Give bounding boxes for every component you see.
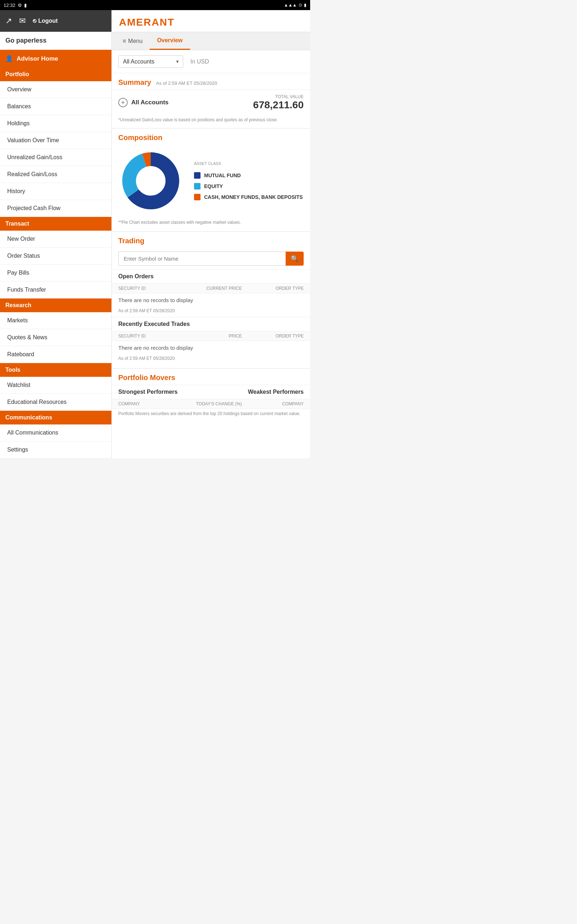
col-company2: COMPANY bbox=[242, 401, 304, 406]
amerant-logo: AMERANT bbox=[119, 16, 303, 28]
legend-swatch-equity bbox=[194, 183, 200, 189]
battery-level-icon: ▮ bbox=[304, 3, 306, 8]
sidebar-item-holdings[interactable]: Holdings bbox=[0, 115, 111, 132]
donut-chart bbox=[118, 149, 183, 213]
legend-item-equity: EQUITY bbox=[194, 183, 303, 189]
composition-body: ASSET CLASS MUTUAL FUND EQUITY CASH, MON… bbox=[112, 145, 310, 217]
col-todays-change: TODAY'S CHANGE (%) bbox=[180, 401, 242, 406]
legend-label-mutual-fund: MUTUAL FUND bbox=[204, 173, 241, 178]
open-orders-as-of: As of 2:59 AM ET 05/28/2020 bbox=[112, 307, 310, 317]
sidebar-item-all-communications[interactable]: All Communications bbox=[0, 425, 111, 441]
sidebar-item-pay-bills[interactable]: Pay Bills bbox=[0, 265, 111, 281]
sidebar-section-transact: Transact bbox=[0, 217, 111, 231]
signal-icon: ▲▲▲ bbox=[284, 3, 297, 8]
movers-section: Portfolio Movers Strongest Performers We… bbox=[112, 368, 310, 422]
summary-title: Summary As of 2:59 AM ET 05/28/2020 bbox=[112, 73, 310, 89]
sidebar-topbar: ↗ ✉ ⎋ Logout bbox=[0, 10, 111, 32]
strongest-header: Strongest Performers bbox=[118, 389, 211, 395]
logout-button[interactable]: ⎋ Logout bbox=[33, 18, 58, 24]
sidebar-item-projected[interactable]: Projected Cash Flow bbox=[0, 200, 111, 217]
pie-note: **Pie Chart excludes asset classes with … bbox=[112, 217, 310, 226]
sidebar-section-research: Research bbox=[0, 299, 111, 312]
sidebar-item-advisor-home[interactable]: 👤 Advisor Home bbox=[0, 50, 111, 68]
amerant-header: AMERANT bbox=[112, 10, 310, 32]
recent-trades-header: Recently Executed Trades bbox=[112, 317, 310, 331]
sidebar-item-new-order[interactable]: New Order bbox=[0, 231, 111, 247]
sidebar-item-funds-transfer[interactable]: Funds Transfer bbox=[0, 281, 111, 299]
sidebar-item-overview[interactable]: Overview bbox=[0, 81, 111, 98]
trading-title: Trading bbox=[112, 232, 310, 248]
composition-legend: ASSET CLASS MUTUAL FUND EQUITY CASH, MON… bbox=[194, 162, 303, 200]
settings-icon: ⚙ bbox=[18, 3, 22, 8]
recent-trades-no-records: There are no records to display bbox=[112, 341, 310, 354]
logout-icon: ⎋ bbox=[33, 18, 36, 24]
legend-label-equity: EQUITY bbox=[204, 183, 223, 189]
summary-section: Summary As of 2:59 AM ET 05/28/2020 + Al… bbox=[112, 73, 310, 129]
recent-trades-as-of: As of 2:59 AM ET 05/28/2020 bbox=[112, 354, 310, 365]
sidebar-section-tools: Tools bbox=[0, 363, 111, 377]
main-content: AMERANT ≡ Menu Overview All Accounts In … bbox=[112, 10, 310, 459]
col-price: PRICE bbox=[180, 333, 242, 339]
sidebar-item-history[interactable]: History bbox=[0, 183, 111, 200]
composition-section: Composition ASSET CLASS bbox=[112, 129, 310, 232]
account-selector-row: All Accounts In USD bbox=[112, 50, 310, 73]
sidebar-item-educational[interactable]: Educational Resources bbox=[0, 394, 111, 411]
sidebar-item-settings[interactable]: Settings bbox=[0, 441, 111, 459]
total-value-label: TOTAL VALUE bbox=[253, 94, 304, 99]
sidebar: ↗ ✉ ⎋ Logout Go paperless 👤 Advisor Home… bbox=[0, 10, 112, 459]
app-container: ↗ ✉ ⎋ Logout Go paperless 👤 Advisor Home… bbox=[0, 10, 310, 459]
weakest-header: Weakest Performers bbox=[211, 389, 304, 395]
sidebar-section-communications: Communications bbox=[0, 411, 111, 425]
col-order-type2: ORDER TYPE bbox=[242, 333, 304, 339]
legend-swatch-cash bbox=[194, 194, 200, 200]
trading-search-button[interactable]: 🔍 bbox=[285, 252, 304, 266]
go-paperless[interactable]: Go paperless bbox=[0, 32, 111, 50]
sidebar-item-valuation[interactable]: Valuation Over Time bbox=[0, 132, 111, 149]
sidebar-item-markets[interactable]: Markets bbox=[0, 312, 111, 329]
svg-point-3 bbox=[136, 166, 165, 195]
trading-search-input[interactable] bbox=[118, 252, 285, 266]
total-value-amount: 678,211.60 bbox=[253, 99, 304, 111]
account-name: All Accounts bbox=[131, 99, 168, 106]
open-orders-no-records: There are no records to display bbox=[112, 294, 310, 307]
trending-up-icon[interactable]: ↗ bbox=[5, 16, 12, 26]
legend-item-mutual-fund: MUTUAL FUND bbox=[194, 172, 303, 179]
currency-label: In USD bbox=[190, 58, 209, 65]
sidebar-item-balances[interactable]: Balances bbox=[0, 98, 111, 115]
open-orders-header: Open Orders bbox=[112, 269, 310, 283]
battery-icon: ▮ bbox=[24, 3, 27, 8]
disclaimer-text: *Unrealized Gain/Loss value is based on … bbox=[112, 115, 310, 124]
account-select[interactable]: All Accounts bbox=[118, 55, 183, 68]
email-icon[interactable]: ✉ bbox=[19, 16, 26, 26]
trading-search-row: 🔍 bbox=[112, 248, 310, 269]
open-orders-table-header: SECURITY ID CURRENT PRICE ORDER TYPE bbox=[112, 283, 310, 294]
sidebar-item-quotes-news[interactable]: Quotes & News bbox=[0, 329, 111, 346]
col-order-type: ORDER TYPE bbox=[242, 286, 304, 291]
status-bar: 12:32 ⚙ ▮ ▲▲▲ ⊙ ▮ bbox=[0, 0, 310, 10]
col-security-id2: SECURITY ID bbox=[118, 333, 180, 339]
movers-table-header: COMPANY TODAY'S CHANGE (%) COMPANY bbox=[112, 399, 310, 409]
legend-item-cash: CASH, MONEY FUNDS, BANK DEPOSITS bbox=[194, 194, 303, 200]
main-tabs: ≡ Menu Overview bbox=[112, 32, 310, 50]
col-company: COMPANY bbox=[118, 401, 180, 406]
sidebar-item-watchlist[interactable]: Watchlist bbox=[0, 377, 111, 394]
sidebar-item-unrealized[interactable]: Unrealized Gain/Loss bbox=[0, 149, 111, 166]
movers-header-row: Strongest Performers Weakest Performers bbox=[112, 385, 310, 399]
sidebar-item-realized[interactable]: Realized Gain/Loss bbox=[0, 166, 111, 183]
sidebar-item-rateboard[interactable]: Rateboard bbox=[0, 346, 111, 363]
movers-title: Portfolio Movers bbox=[112, 368, 310, 385]
composition-title: Composition bbox=[112, 129, 310, 145]
sidebar-section-portfolio: Portfolio bbox=[0, 68, 111, 81]
summary-as-of: As of 2:59 AM ET 05/28/2020 bbox=[156, 81, 218, 86]
tab-overview[interactable]: Overview bbox=[150, 32, 190, 50]
recent-trades-table-header: SECURITY ID PRICE ORDER TYPE bbox=[112, 331, 310, 341]
person-icon: 👤 bbox=[5, 55, 13, 63]
legend-swatch-mutual-fund bbox=[194, 172, 200, 179]
wifi-icon: ⊙ bbox=[298, 3, 302, 8]
hamburger-icon: ≡ bbox=[122, 38, 126, 44]
sidebar-item-order-status[interactable]: Order Status bbox=[0, 247, 111, 265]
tab-menu[interactable]: ≡ Menu bbox=[115, 33, 150, 50]
donut-svg bbox=[118, 149, 183, 213]
expand-accounts-icon[interactable]: + bbox=[118, 98, 128, 107]
col-current-price: CURRENT PRICE bbox=[180, 286, 242, 291]
